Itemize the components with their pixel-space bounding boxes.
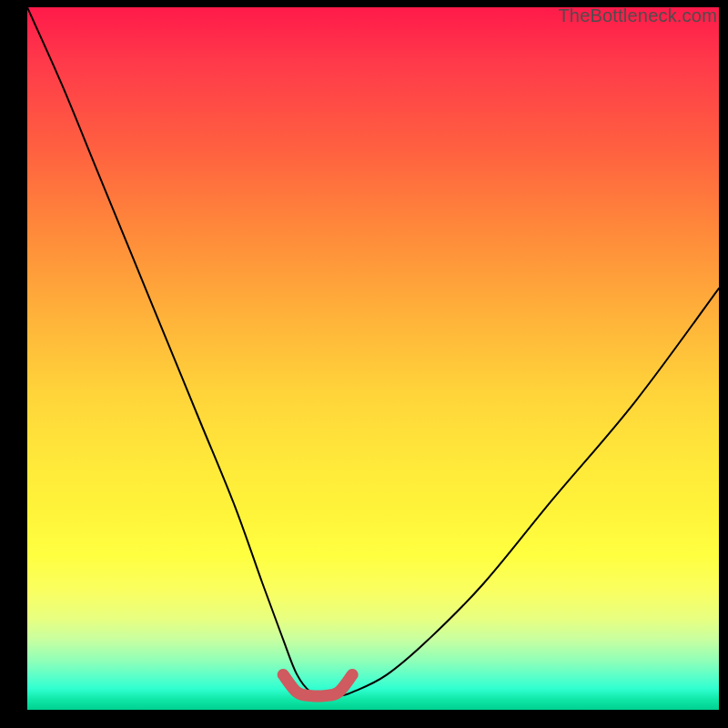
- bottleneck-curve: [27, 7, 719, 696]
- bottleneck-floor-highlight: [283, 674, 352, 696]
- plot-area: [27, 7, 719, 710]
- chart-stage: TheBottleneck.com: [0, 0, 728, 728]
- curve-layer: [27, 7, 719, 710]
